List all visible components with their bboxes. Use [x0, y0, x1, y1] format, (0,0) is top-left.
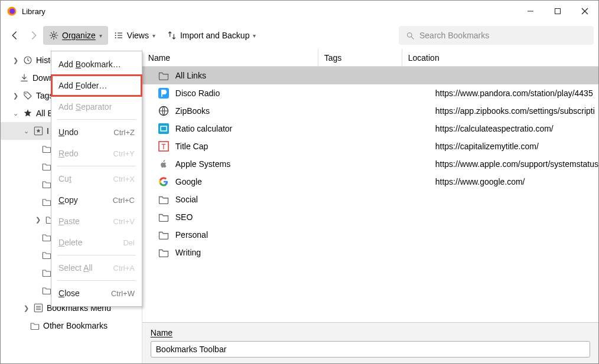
svg-point-7: [115, 32, 116, 34]
item-location: https://www.apple.com/support/systemstat…: [435, 159, 598, 169]
detail-name-input[interactable]: [151, 341, 590, 358]
forward-button[interactable]: [24, 26, 43, 45]
menu-select-all: Select AllCtrl+A: [51, 257, 142, 278]
svg-point-9: [115, 37, 116, 38]
back-button[interactable]: [5, 26, 24, 45]
tag-icon: [23, 91, 32, 100]
folder-icon: [42, 180, 51, 188]
ratio-icon: [158, 123, 170, 135]
search-bookmarks-input[interactable]: Search Bookmarks: [399, 26, 594, 45]
chevron-right-icon: ❯: [34, 216, 42, 224]
menu-add-bookmark[interactable]: Add Bookmark…: [51, 54, 142, 75]
list-item[interactable]: Apple Systemshttps://www.apple.com/suppo…: [142, 155, 598, 173]
firefox-logo-icon: [6, 6, 17, 17]
titlebar: Library: [1, 1, 598, 22]
sidebar-item-other-bookmarks[interactable]: Other Bookmarks: [1, 317, 142, 335]
menu-delete: DeleteDel: [51, 232, 142, 253]
col-tags[interactable]: Tags: [318, 49, 402, 66]
folder-icon: [42, 286, 51, 294]
item-name: SEO: [175, 212, 400, 222]
list-item[interactable]: Disco Radiohttps://www.pandora.com/stati…: [142, 84, 598, 102]
folder-icon: [42, 268, 51, 277]
folder-icon: [30, 322, 40, 330]
menu-close[interactable]: CloseCtrl+W: [51, 283, 142, 304]
close-button[interactable]: [571, 1, 598, 22]
list-item[interactable]: Social: [142, 191, 598, 208]
minimize-button[interactable]: [517, 1, 544, 22]
caret-down-icon: ▾: [152, 32, 155, 39]
chevron-right-icon: ❯: [11, 57, 19, 64]
menu-copy[interactable]: CopyCtrl+C: [51, 189, 142, 211]
item-location: https://capitalizemytitle.com/: [435, 142, 539, 151]
gear-icon: [49, 31, 58, 40]
detail-name-label: Name: [151, 328, 172, 337]
list-item[interactable]: SEO: [142, 208, 598, 226]
svg-point-6: [53, 34, 56, 37]
item-name: Ratio calculator: [175, 124, 400, 133]
list-item[interactable]: Writing: [142, 244, 598, 261]
import-backup-button[interactable]: Import and Backup ▾: [161, 26, 262, 45]
import-export-icon: [167, 31, 177, 40]
organize-button[interactable]: Organize ▾: [43, 26, 108, 45]
folder-icon: [42, 198, 51, 206]
svg-rect-24: [158, 123, 169, 134]
item-name: Google: [175, 177, 400, 186]
star-icon: [23, 109, 32, 118]
search-icon: [406, 31, 415, 40]
menu-add-separator: Add Separator: [51, 96, 142, 117]
list-icon: [114, 31, 123, 40]
organize-menu: Add Bookmark… Add Folder… Add Separator …: [51, 51, 142, 307]
svg-point-1: [9, 9, 15, 14]
bookmark-list[interactable]: All LinksDisco Radiohttps://www.pandora.…: [142, 67, 598, 322]
star-box-icon: [34, 126, 43, 136]
pandora-icon: [158, 87, 170, 99]
list-item[interactable]: Personal: [142, 226, 598, 244]
views-label: Views: [127, 31, 149, 40]
list-item[interactable]: Ratio calculatorhttps://calculateaspectr…: [142, 120, 598, 137]
list-item[interactable]: ZipBookshttps://app.zipbooks.com/setting…: [142, 102, 598, 120]
chevron-down-icon: ⌄: [11, 110, 19, 117]
titlecap-icon: T: [158, 140, 170, 152]
folder-icon: [42, 162, 51, 170]
menu-paste: PasteCtrl+V: [51, 211, 142, 232]
item-name: ZipBooks: [175, 106, 400, 116]
caret-down-icon: ▾: [99, 32, 102, 39]
menu-cut: CutCtrl+X: [51, 168, 142, 189]
svg-text:T: T: [161, 143, 166, 151]
item-name: Title Cap: [175, 142, 400, 151]
column-headers: Name Tags Location: [142, 49, 598, 67]
item-location: https://www.google.com/: [435, 177, 525, 186]
menu-undo[interactable]: UndoCtrl+Z: [51, 122, 142, 143]
menu-add-folder[interactable]: Add Folder…: [51, 75, 142, 96]
list-item[interactable]: Googlehttps://www.google.com/: [142, 173, 598, 191]
sidebar-item-label: I: [47, 126, 49, 136]
list-item[interactable]: All Links: [142, 67, 598, 84]
details-pane: Name: [142, 322, 598, 363]
item-name: Writing: [175, 248, 400, 257]
organize-label: Organize: [62, 31, 96, 40]
folder-icon: [158, 229, 170, 241]
col-location[interactable]: Location: [402, 49, 598, 66]
svg-rect-3: [555, 9, 561, 14]
folder-icon: [158, 70, 170, 81]
caret-down-icon: ▾: [253, 32, 256, 39]
history-icon: [23, 55, 32, 65]
google-icon: [158, 176, 170, 188]
menu-redo: RedoCtrl+Y: [51, 143, 142, 164]
col-name[interactable]: Name: [142, 49, 318, 66]
folder-icon: [158, 247, 170, 258]
folder-icon: [158, 194, 170, 205]
chevron-right-icon: ❯: [11, 92, 19, 100]
list-item[interactable]: TTitle Caphttps://capitalizemytitle.com/: [142, 137, 598, 155]
folder-icon: [42, 251, 51, 259]
folder-icon: [42, 233, 51, 241]
svg-line-14: [411, 37, 414, 39]
maximize-button[interactable]: [544, 1, 571, 22]
folder-icon: [42, 145, 51, 153]
folder-icon: [158, 211, 170, 223]
views-button[interactable]: Views ▾: [108, 26, 161, 45]
item-name: All Links: [175, 71, 400, 80]
search-placeholder: Search Bookmarks: [419, 31, 489, 40]
chevron-down-icon: ⌄: [22, 127, 30, 135]
item-name: Personal: [175, 230, 400, 240]
